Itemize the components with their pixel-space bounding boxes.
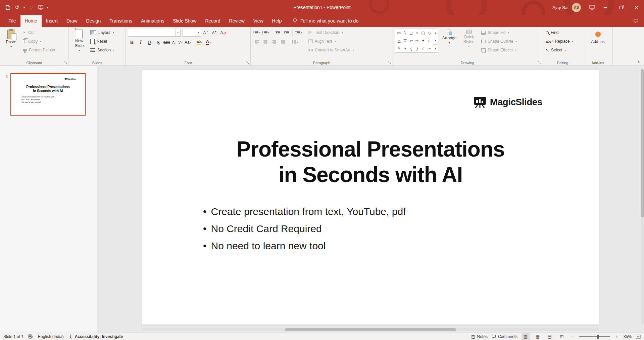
slide-thumbnail[interactable]: MagicSlides Professional Presentations i… — [10, 73, 86, 116]
shape-effects-button[interactable]: Shape Effects ▾ — [480, 46, 518, 54]
italic-button[interactable]: I — [137, 38, 145, 46]
shape-down-triangle-icon[interactable]: ▽ — [403, 38, 406, 43]
text-shadow-button[interactable]: S — [154, 38, 162, 46]
tab-view[interactable]: View — [249, 15, 268, 27]
slide-bullets[interactable]: •Create presentation from text, YouTube,… — [203, 203, 599, 254]
language-button[interactable]: English (India) — [38, 334, 64, 339]
customize-qat-button[interactable]: ▾ — [46, 2, 50, 12]
tab-draw[interactable]: Draw — [62, 15, 82, 27]
replace-button[interactable]: ab⇄ Replace ▾ — [544, 37, 581, 45]
slideshow-view-button[interactable]: ⊡ — [558, 333, 566, 340]
convert-to-smartart-button[interactable]: Convert to SmartArt ▾ — [307, 46, 355, 54]
fit-slide-button[interactable] — [636, 335, 641, 339]
shape-line-icon[interactable]: ╲ — [404, 31, 406, 35]
font-size-input[interactable] — [183, 29, 196, 37]
paragraph-dialog-launcher[interactable] — [388, 60, 392, 65]
font-dialog-launcher[interactable] — [245, 60, 249, 65]
line-spacing-button[interactable]: ▾ — [294, 29, 303, 37]
change-case-button[interactable]: Aa▾ — [184, 38, 192, 46]
font-name-input[interactable] — [128, 29, 176, 37]
font-name-dropdown[interactable]: ▾ — [176, 29, 181, 37]
tab-review[interactable]: Review — [225, 15, 249, 27]
text-highlight-button[interactable]: ab▾ — [196, 38, 204, 46]
numbering-button[interactable]: ▾ — [262, 29, 270, 37]
drawing-dialog-launcher[interactable] — [537, 60, 541, 65]
addins-button[interactable]: Add-ins — [586, 29, 610, 44]
increase-font-size-button[interactable]: A▲ — [202, 29, 210, 37]
section-button[interactable]: Section ▾ — [89, 46, 116, 54]
arrange-button[interactable]: Arrange ▾ — [440, 29, 459, 59]
shape-outline-button[interactable]: Shape Outline ▾ — [480, 37, 518, 45]
columns-button[interactable]: ▾ — [291, 38, 299, 46]
quick-styles-button[interactable]: Quick Styles ▾ — [460, 29, 477, 59]
tab-animations[interactable]: Animations — [137, 15, 168, 27]
shape-square-icon[interactable]: ◻ — [409, 31, 413, 35]
comments-toggle-button[interactable] — [633, 18, 639, 24]
shape-rounded-rectangle-icon[interactable]: ▢ — [421, 31, 425, 35]
paste-button[interactable]: Paste ▾ — [2, 29, 20, 59]
decrease-indent-button[interactable] — [274, 29, 282, 37]
zoom-in-button[interactable]: + — [614, 334, 620, 339]
select-button[interactable]: ↖ Select ▾ — [544, 46, 581, 54]
cut-button[interactable]: ✂ Cut — [21, 29, 57, 37]
reading-view-button[interactable]: ▤ — [546, 333, 554, 340]
shape-more-icon[interactable]: ⋯ — [427, 46, 431, 51]
align-right-button[interactable] — [270, 38, 278, 46]
shape-oval-icon[interactable]: ○ — [416, 31, 418, 35]
tab-home[interactable]: Home — [20, 15, 42, 27]
layout-button[interactable]: Layout ▾ — [89, 29, 116, 37]
format-painter-button[interactable]: Format Painter — [21, 46, 57, 54]
tell-me-box[interactable]: Tell me what you want to do — [293, 15, 358, 27]
vertical-scrollbar-thumb[interactable] — [641, 69, 644, 217]
shape-curve-icon[interactable]: ~ — [404, 46, 406, 51]
redo-button[interactable]: ↻ — [27, 2, 36, 12]
character-spacing-button[interactable]: A↔V▾ — [171, 38, 183, 46]
tab-insert[interactable]: Insert — [42, 15, 62, 27]
horizontal-scrollbar[interactable] — [142, 328, 599, 331]
tab-design[interactable]: Design — [82, 15, 105, 27]
text-direction-button[interactable]: Text Direction ▾ — [307, 29, 355, 37]
shape-fill-button[interactable]: Shape Fill ▾ — [480, 29, 518, 37]
shape-diamond-icon[interactable]: ◇ — [428, 31, 431, 35]
zoom-slider[interactable] — [579, 333, 610, 340]
close-button[interactable]: × — [629, 0, 644, 15]
shape-freeform-icon[interactable]: ✎ — [397, 46, 401, 51]
tab-help[interactable]: Help — [268, 15, 286, 27]
zoom-slider-thumb[interactable] — [597, 335, 599, 339]
user-name[interactable]: Ajay Sai — [552, 5, 568, 10]
align-text-button[interactable]: Align Text ▾ — [307, 37, 355, 45]
zoom-level[interactable]: 85% — [624, 334, 632, 339]
decrease-font-size-button[interactable]: A▼ — [210, 29, 218, 37]
shapes-more-button[interactable]: ▼ — [433, 44, 438, 52]
undo-button[interactable]: ↺ — [13, 2, 21, 12]
tab-transitions[interactable]: Transitions — [105, 15, 137, 27]
normal-view-button[interactable]: ▥ — [522, 333, 530, 340]
shape-textbox-icon[interactable]: ▭ — [397, 31, 401, 35]
font-color-button[interactable]: A▾ — [204, 38, 212, 46]
clear-formatting-button[interactable]: A — [219, 29, 227, 37]
zoom-out-button[interactable]: − — [570, 334, 575, 339]
strikethrough-button[interactable]: abe — [163, 38, 171, 46]
shapes-scroll-up[interactable]: ▲ — [433, 29, 438, 37]
shape-left-arrow-icon[interactable]: ⇦ — [409, 38, 413, 43]
slide-indicator[interactable]: Slide 1 of 1 — [3, 334, 23, 339]
present-button[interactable] — [586, 0, 598, 15]
notes-button[interactable]: ▤ Notes — [471, 334, 488, 339]
slide[interactable]: MagicSlides Professional Presentations i… — [142, 70, 599, 325]
new-slide-button[interactable]: New Slide ▾ — [71, 29, 88, 59]
shape-house-icon[interactable]: ⌂ — [428, 38, 430, 43]
vertical-scrollbar[interactable] — [641, 69, 644, 324]
shape-right-arrow-icon[interactable]: ⇨ — [415, 38, 419, 43]
shape-triangle-icon[interactable]: △ — [397, 38, 400, 43]
accessibility-button[interactable]: Accessibility: Investigate — [68, 334, 123, 339]
align-left-button[interactable] — [253, 38, 261, 46]
undo-dropdown[interactable]: ▾ — [22, 2, 26, 12]
copy-button[interactable]: Copy ▾ — [21, 37, 57, 45]
minimize-button[interactable]: ─ — [598, 0, 613, 15]
underline-button[interactable]: U — [145, 38, 153, 46]
horizontal-scrollbar-thumb[interactable] — [285, 328, 456, 331]
shape-plus-icon[interactable]: + — [422, 38, 424, 43]
clipboard-dialog-launcher[interactable] — [63, 60, 67, 65]
shape-left-brace-icon[interactable]: { — [410, 46, 412, 51]
shape-star-icon[interactable]: ☆ — [422, 46, 425, 51]
